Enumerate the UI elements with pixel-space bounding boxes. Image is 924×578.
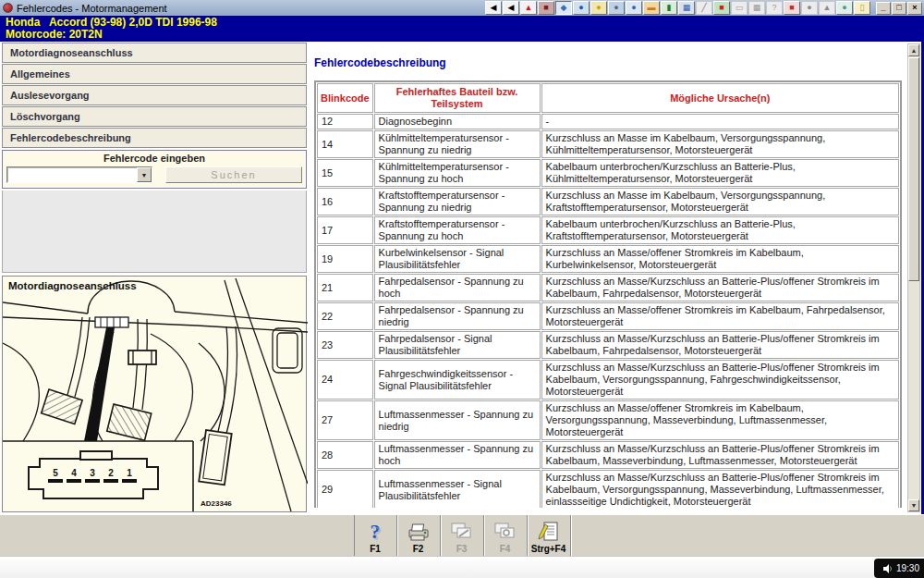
volume-icon[interactable] — [882, 563, 894, 574]
scroll-up-icon[interactable]: ▲ — [908, 44, 919, 56]
column-header-3: Mögliche Ursache(n) — [541, 83, 899, 113]
cause-cell: - — [541, 114, 899, 129]
cause-cell: Kabelbaum unterbrochen/Kurzschluss an Ba… — [541, 216, 899, 244]
chevron-down-icon[interactable]: ▼ — [137, 167, 152, 182]
nav-first-icon[interactable]: ◀ — [485, 1, 502, 15]
sidebar-menu: MotordiagnoseanschlussAllgemeinesAuslese… — [2, 43, 307, 149]
ball-icon[interactable]: ● — [801, 1, 818, 15]
blinkcode-cell: 28 — [317, 441, 373, 469]
sidebar: MotordiagnoseanschlussAllgemeinesAuslese… — [0, 42, 309, 514]
blinkcode-cell: 29 — [317, 470, 373, 508]
pedal-connector-diagram: Motordiagnoseanschluss 54321 AD23346 — [3, 277, 308, 511]
cause-cell: Kurzschluss an Masse/Kurzschluss an Batt… — [541, 274, 899, 301]
restore-button[interactable]: □ — [892, 2, 906, 15]
customer-icon[interactable]: ● — [626, 1, 642, 15]
vertical-scrollbar[interactable]: ▲ ▼ — [907, 43, 920, 512]
app-icon — [3, 3, 13, 13]
table-row: 17Kraftstofftemperatursensor - Spannung … — [317, 216, 899, 244]
function-button-label: F2 — [413, 544, 424, 554]
gauge-icon[interactable]: ● — [573, 1, 590, 15]
minimize-button[interactable]: _ — [876, 2, 891, 15]
column-header-1: Blinkcode — [317, 83, 373, 113]
table-row: 21Fahrpedalsensor - Spannung zu hochKurz… — [317, 274, 899, 301]
component-cell: Fahrpedalsensor - Signal Plausibilitätsf… — [374, 331, 541, 359]
blinkcode-cell: 19 — [317, 245, 373, 273]
page-title: Fehlercodebeschreibung — [314, 56, 902, 69]
nav-back-icon[interactable]: ◀ — [503, 1, 519, 15]
warning-icon[interactable]: ▲ — [520, 1, 537, 15]
image-search-icon — [493, 520, 517, 544]
fault-code-table: BlinkcodeFehlerhaftes Bauteil bzw. Teils… — [314, 80, 902, 508]
function-button-f3: F3 — [441, 515, 484, 556]
function-button-f2[interactable]: F2 — [397, 515, 441, 556]
function-button-label: Strg+F4 — [531, 544, 566, 554]
cause-cell: Kurzschluss an Masse/Kurzschluss an Batt… — [541, 360, 899, 400]
sidebar-empty-area — [2, 191, 307, 273]
car-outline-icon[interactable]: ▭ — [731, 1, 748, 15]
lift-icon[interactable]: ▮ — [661, 1, 677, 15]
blinkcode-cell: 17 — [317, 216, 373, 244]
diagnosis-help-icon[interactable]: ? — [766, 1, 783, 15]
component-cell: Kraftstofftemperatursensor - Spannung zu… — [374, 188, 541, 215]
window-title: Fehlercodes - Motormanagement — [17, 3, 167, 14]
table-row: 23Fahrpedalsensor - Signal Plausibilität… — [317, 331, 899, 359]
function-button-label: F4 — [500, 544, 511, 554]
cause-cell: Kurzschluss an Masse/Kurzschluss an Batt… — [541, 470, 899, 508]
table-row: 15Kühlmitteltemperatursensor - Spannung … — [317, 159, 899, 187]
function-button-strg-f4[interactable]: Strg+F4 — [528, 515, 571, 556]
table-row: 28Luftmassenmesser - Spannung zu hochKur… — [317, 441, 899, 469]
search-button[interactable]: Suchen — [165, 166, 302, 183]
printer-icon — [407, 520, 431, 544]
title-bar: Fehlercodes - Motormanagement ◀◀▲■◆●●●●▬… — [0, 0, 924, 16]
table-row: 14Kühlmitteltemperatursensor - Spannung … — [317, 130, 899, 158]
tyres-icon[interactable]: ● — [836, 1, 853, 15]
function-button-f4: F4 — [484, 515, 528, 556]
scrollbar-thumb[interactable] — [908, 57, 919, 281]
parking-icon[interactable]: ■ — [713, 1, 730, 15]
function-button-label: F1 — [370, 544, 381, 554]
blinkcode-cell: 12 — [317, 114, 373, 129]
comfort-icon[interactable]: ▬ — [643, 1, 660, 15]
ignition-test-icon[interactable]: ■ — [538, 1, 554, 15]
close-button[interactable]: × — [907, 2, 922, 15]
fault-code-combobox[interactable]: ▼ — [6, 166, 152, 183]
component-cell: Fahrpedalsensor - Spannung zu niedrig — [374, 302, 541, 330]
cause-cell: Kurzschluss an Masse/offener Stromkreis … — [541, 400, 899, 440]
table-row: 16Kraftstofftemperatursensor - Spannung … — [317, 188, 899, 215]
pin-label-4: 4 — [71, 468, 77, 478]
cause-cell: Kurzschluss an Masse/offener Stromkreis … — [541, 302, 899, 330]
pin-label-3: 3 — [90, 468, 95, 478]
sidebar-item-2[interactable]: Allgemeines — [2, 64, 307, 84]
train-icon[interactable]: ▦ — [678, 1, 695, 15]
vehicle-line2: Motorcode: 20T2N — [6, 28, 103, 41]
info-system-icon[interactable]: ◆ — [555, 1, 572, 15]
component-cell: Kurbelwinkelsensor - Signal Plausibilitä… — [374, 245, 541, 273]
wheel-service-icon[interactable]: ● — [590, 1, 607, 15]
sidebar-item-1[interactable]: Motordiagnoseanschluss — [2, 43, 307, 63]
combobox-value — [7, 167, 137, 182]
function-button-label: F3 — [456, 544, 468, 554]
component-cell: Kühlmitteltemperatursensor - Spannung zu… — [374, 159, 541, 187]
tire-icon[interactable]: ● — [608, 1, 625, 15]
system-tray: 19:30 — [874, 559, 924, 578]
notes-icon — [537, 520, 561, 544]
clock: 19:30 — [896, 563, 919, 573]
scroll-down-icon[interactable]: ▼ — [908, 499, 919, 511]
service-car-icon[interactable]: ■ — [784, 1, 800, 15]
content-area: MotordiagnoseanschlussAllgemeinesAuslese… — [0, 42, 924, 514]
taskbar[interactable]: 19:30 — [0, 556, 924, 578]
fault-code-search-panel: Fehlercode eingeben ▼ Suchen — [2, 150, 307, 189]
blinkcode-cell: 15 — [317, 159, 373, 187]
engine-icon[interactable]: ▦ — [748, 1, 765, 15]
tent-warning-icon[interactable]: ▲ — [819, 1, 835, 15]
search-panel-title: Fehlercode eingeben — [6, 153, 302, 164]
sidebar-item-4[interactable]: Löschvorgang — [2, 106, 307, 127]
cause-cell: Kabelbaum unterbrochen/Kurzschluss an Ba… — [541, 159, 899, 187]
pin-label-2: 2 — [108, 468, 114, 478]
sidebar-item-3[interactable]: Auslesevorgang — [2, 85, 307, 105]
tools-icon[interactable]: ╱ — [696, 1, 712, 15]
sidebar-item-5[interactable]: Fehlercodebeschreibung — [2, 128, 307, 148]
person-card-icon[interactable]: ▯ — [854, 1, 870, 15]
cause-cell: Kurzschluss an Masse/offener Stromkreis … — [541, 245, 899, 273]
function-button-f1[interactable]: ??F1 — [354, 515, 397, 556]
